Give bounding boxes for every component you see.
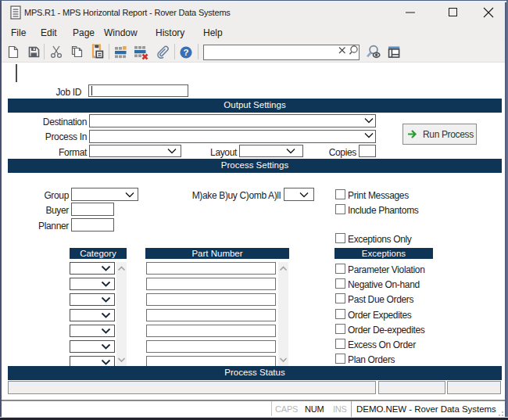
svg-text:?: ? <box>183 48 188 57</box>
